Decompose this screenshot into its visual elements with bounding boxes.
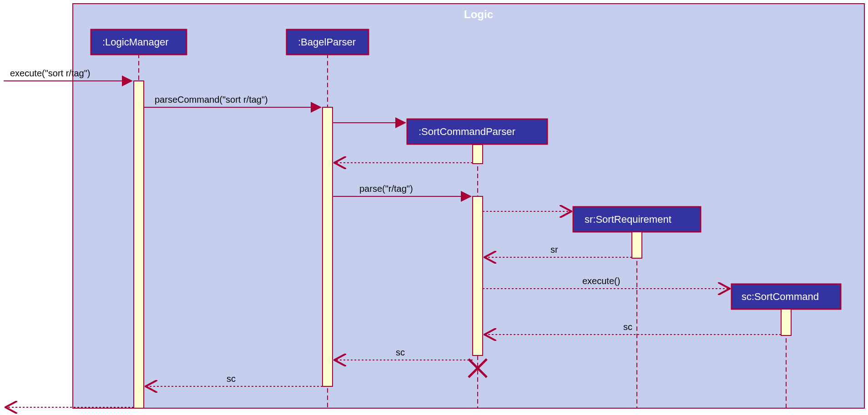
msg-label-execute-in: execute("sort r/tag"): [10, 68, 90, 79]
activation-sort-requirement: [632, 232, 642, 258]
diagram-svg: [0, 0, 868, 415]
frame-logic: [73, 4, 864, 408]
msg-label-parse: parse("r/tag"): [359, 184, 413, 194]
label-bagel-parser: :BagelParser: [298, 36, 356, 48]
sequence-diagram: Logic :LogicManager :BagelParser :SortCo…: [0, 0, 868, 415]
msg-label-sc2: sc: [396, 347, 405, 358]
label-sort-command: sc:SortCommand: [742, 291, 819, 303]
label-sort-command-parser: :SortCommandParser: [419, 126, 515, 138]
msg-label-sc1: sc: [623, 322, 632, 332]
msg-label-sc3: sc: [227, 374, 236, 384]
msg-label-parse-command: parseCommand("sort r/tag"): [155, 95, 268, 105]
label-sort-requirement: sr:SortRequirement: [585, 214, 671, 225]
msg-label-sr: sr: [550, 245, 558, 255]
frame-title: Logic: [464, 8, 493, 21]
msg-label-execute-call: execute(): [582, 276, 620, 286]
activation-sort-command-parser-2: [473, 196, 483, 355]
activation-sort-command: [781, 309, 791, 335]
label-logic-manager: :LogicManager: [102, 36, 169, 48]
activation-sort-command-parser-1: [473, 145, 483, 164]
activation-logic-manager: [134, 81, 144, 408]
activation-bagel-parser: [323, 107, 333, 386]
